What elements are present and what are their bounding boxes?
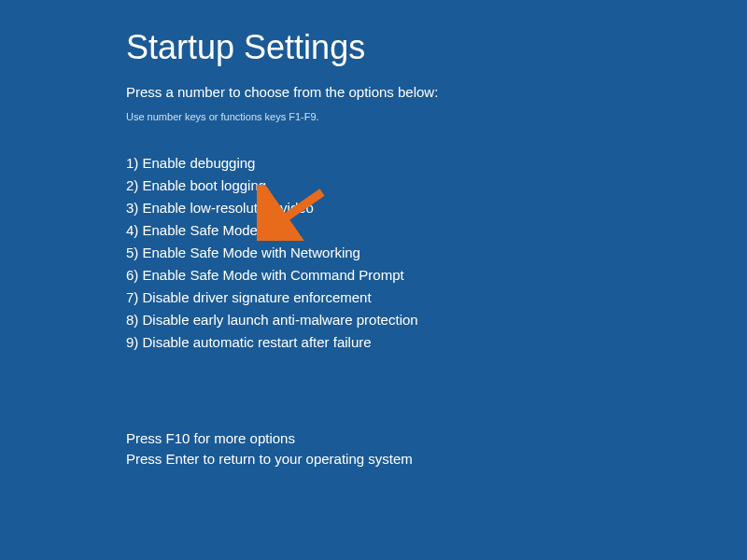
- option-7-disable-driver-signature-enforcement[interactable]: 7) Disable driver signature enforcement: [126, 287, 747, 309]
- instruction-text: Press a number to choose from the option…: [126, 84, 747, 100]
- option-6-enable-safe-mode-command-prompt[interactable]: 6) Enable Safe Mode with Command Prompt: [126, 264, 747, 287]
- key-hint-text: Use number keys or functions keys F1-F9.: [126, 111, 747, 122]
- option-4-enable-safe-mode[interactable]: 4) Enable Safe Mode: [126, 219, 747, 242]
- option-3-enable-low-resolution-video[interactable]: 3) Enable low-resolution video: [126, 197, 747, 219]
- more-options-hint: Press F10 for more options: [126, 428, 747, 449]
- option-2-enable-boot-logging[interactable]: 2) Enable boot logging: [126, 175, 747, 197]
- return-hint: Press Enter to return to your operating …: [126, 449, 747, 469]
- option-5-enable-safe-mode-networking[interactable]: 5) Enable Safe Mode with Networking: [126, 242, 747, 264]
- option-8-disable-early-launch-antimalware[interactable]: 8) Disable early launch anti-malware pro…: [126, 309, 747, 331]
- boot-options-list: 1) Enable debugging 2) Enable boot loggi…: [126, 152, 747, 354]
- startup-settings-screen: Startup Settings Press a number to choos…: [0, 0, 747, 469]
- page-title: Startup Settings: [126, 28, 747, 67]
- option-9-disable-automatic-restart[interactable]: 9) Disable automatic restart after failu…: [126, 331, 747, 354]
- option-1-enable-debugging[interactable]: 1) Enable debugging: [126, 152, 747, 175]
